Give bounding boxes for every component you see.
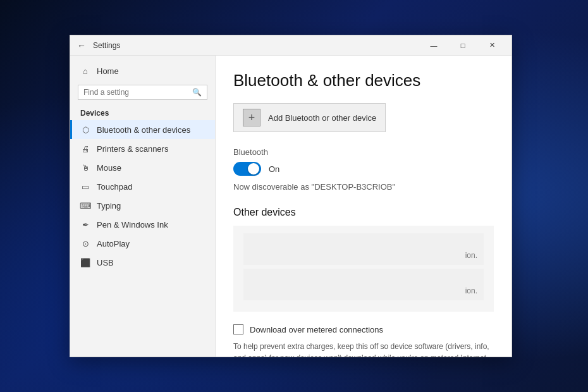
device-partial-text-2: ion. — [465, 286, 477, 295]
sidebar-item-usb-label: USB — [97, 258, 114, 267]
sidebar-item-typing[interactable]: ⌨ Typing — [70, 196, 215, 215]
search-icon: 🔍 — [192, 88, 202, 97]
other-devices-area: ion. ion. — [233, 226, 494, 312]
add-device-button[interactable]: + Add Bluetooth or other device — [233, 103, 386, 132]
printer-icon: 🖨 — [80, 144, 90, 154]
main-content: Bluetooth & other devices + Add Bluetoot… — [216, 56, 511, 357]
touchpad-icon: ▭ — [80, 181, 90, 192]
download-checkbox[interactable] — [233, 324, 243, 334]
sidebar-item-autoplay-label: AutoPlay — [97, 239, 130, 248]
sidebar-item-bluetooth[interactable]: ⬡ Bluetooth & other devices — [70, 120, 215, 139]
sidebar: ⌂ Home 🔍 Devices ⬡ Bluetooth & other dev… — [70, 56, 216, 357]
mouse-icon: 🖱 — [80, 162, 90, 173]
sidebar-item-printers[interactable]: 🖨 Printers & scanners — [70, 139, 215, 158]
sidebar-item-touchpad[interactable]: ▭ Touchpad — [70, 177, 215, 196]
pen-icon: ✒ — [80, 219, 90, 230]
toggle-knob — [248, 163, 259, 175]
sidebar-item-typing-label: Typing — [97, 201, 121, 211]
sidebar-item-pen[interactable]: ✒ Pen & Windows Ink — [70, 215, 215, 234]
autoplay-icon: ⊙ — [80, 238, 90, 248]
bluetooth-toggle-label: On — [269, 164, 279, 174]
minimize-button[interactable] — [419, 35, 448, 56]
device-partial-text-1: ion. — [465, 251, 477, 260]
window-body: ⌂ Home 🔍 Devices ⬡ Bluetooth & other dev… — [70, 56, 511, 357]
back-button[interactable] — [75, 39, 88, 52]
close-icon — [489, 41, 495, 49]
maximize-button[interactable] — [448, 35, 477, 56]
search-input[interactable] — [83, 88, 188, 97]
download-checkbox-row[interactable]: Download over metered connections — [233, 324, 494, 334]
sidebar-item-usb[interactable]: ⬛ USB — [70, 253, 215, 272]
add-icon: + — [243, 109, 260, 126]
device-card-2[interactable]: ion. — [243, 269, 484, 300]
usb-icon: ⬛ — [80, 257, 90, 267]
home-icon: ⌂ — [80, 66, 90, 76]
sidebar-item-autoplay[interactable]: ⊙ AutoPlay — [70, 234, 215, 253]
maximize-icon — [461, 42, 465, 49]
sidebar-item-touchpad-label: Touchpad — [97, 182, 132, 192]
other-devices-title: Other devices — [233, 207, 494, 218]
add-device-label: Add Bluetooth or other device — [268, 113, 376, 123]
window-title: Settings — [93, 41, 419, 50]
settings-window: Settings ⌂ Home 🔍 Devices ⬡ Bluetooth & … — [70, 35, 512, 357]
sidebar-item-pen-label: Pen & Windows Ink — [97, 220, 168, 230]
bluetooth-toggle[interactable] — [233, 162, 261, 176]
sidebar-home-label: Home — [97, 66, 119, 76]
minimize-icon — [431, 42, 438, 49]
close-button[interactable] — [477, 35, 506, 56]
device-card-1[interactable]: ion. — [243, 233, 484, 265]
download-help-text: To help prevent extra charges, keep this… — [233, 341, 494, 357]
bluetooth-icon: ⬡ — [80, 125, 90, 135]
window-controls — [419, 35, 506, 56]
sidebar-item-mouse-label: Mouse — [97, 163, 121, 173]
discoverable-text: Now discoverable as "DESKTOP-B3CRIOB" — [233, 182, 494, 192]
sidebar-item-printers-label: Printers & scanners — [97, 144, 168, 154]
page-title: Bluetooth & other devices — [233, 71, 494, 90]
bluetooth-section-label: Bluetooth — [233, 147, 494, 157]
download-checkbox-label: Download over metered connections — [250, 325, 383, 334]
typing-icon: ⌨ — [80, 200, 90, 211]
bluetooth-toggle-row: On — [233, 162, 494, 176]
titlebar: Settings — [70, 35, 511, 56]
search-box[interactable]: 🔍 — [78, 85, 207, 100]
sidebar-item-bluetooth-label: Bluetooth & other devices — [97, 125, 190, 135]
sidebar-section-label: Devices — [70, 104, 215, 120]
sidebar-item-mouse[interactable]: 🖱 Mouse — [70, 158, 215, 177]
sidebar-item-home[interactable]: ⌂ Home — [70, 61, 215, 81]
